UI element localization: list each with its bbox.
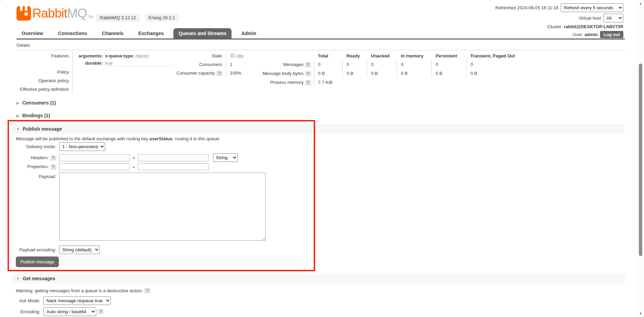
properties-row: Properties:? =	[11, 163, 208, 170]
tab-exchanges[interactable]: Exchanges	[133, 28, 169, 39]
consumers-label: Consumers	[173, 60, 226, 69]
scrollbar-thumb[interactable]	[639, 64, 642, 256]
section-consumers[interactable]: ▶ Consumers (1)	[17, 100, 56, 106]
stat-cell: 0 B	[397, 69, 431, 78]
rabbitmq-management-page: RabbitMQ TM RabbitMQ 3.12.12 Erlang 26.2…	[0, 0, 644, 317]
messages-label: Messages?	[251, 60, 314, 69]
scroll-down-icon[interactable]: ▼	[637, 312, 644, 315]
features-table: Features arguments: x-queue-type: classi…	[17, 52, 173, 94]
table-row: Message body bytes? 0 B 0 B 0 B 0 B 0 B …	[251, 69, 523, 78]
help-icon[interactable]: ?	[51, 164, 56, 170]
version-badges: RabbitMQ 3.12.12 Erlang 26.2.1	[96, 14, 179, 22]
table-row: Process memory? 7.7 KiB	[251, 78, 523, 87]
equals-sign: =	[132, 164, 135, 170]
help-icon[interactable]: ?	[305, 71, 311, 76]
ack-mode-select[interactable]: Nack message requeue true	[43, 296, 111, 305]
get-messages-section-header[interactable]: ▼ Get messages	[12, 274, 625, 283]
erlang-version-badge: Erlang 26.2.1	[145, 14, 179, 22]
operator-policy-label: Operator policy	[17, 76, 73, 85]
column-header-ready: Ready	[342, 52, 367, 60]
arguments-value: classic	[136, 53, 149, 59]
stat-cell: 0 B	[342, 69, 367, 78]
state-table: State idle Consumers 1 Consumer capacity…	[173, 52, 251, 78]
column-header-transient-paged-out: Transient, Paged Out	[466, 52, 523, 60]
process-memory-label: Process memory?	[251, 78, 314, 87]
tab-connections[interactable]: Connections	[53, 28, 92, 39]
stat-cell: 0	[342, 60, 367, 69]
publish-message-button[interactable]: Publish message	[16, 256, 59, 267]
get-messages-warning: Warning: getting messages from a queue i…	[16, 288, 150, 293]
payload-encoding-select[interactable]: String (default)	[59, 245, 100, 254]
virtual-host-select[interactable]: All	[603, 14, 623, 22]
stat-cell: 0	[431, 60, 466, 69]
rabbitmq-version-badge: RabbitMQ 3.12.12	[96, 14, 140, 22]
state-indicator-icon	[230, 53, 235, 58]
help-icon[interactable]: ?	[51, 155, 56, 161]
stat-cell: 0	[466, 60, 523, 69]
section-bindings[interactable]: ▶ Bindings (1)	[17, 113, 50, 118]
chevron-right-icon: ▶	[17, 101, 19, 105]
message-body-bytes-label: Message body bytes?	[251, 69, 314, 78]
policy-label: Policy	[17, 68, 73, 76]
column-header-in-memory: In memory	[397, 52, 431, 60]
ack-mode-label: Ack Mode:	[11, 298, 40, 303]
rabbitmq-logo-icon	[17, 6, 31, 21]
ack-mode-row: Ack Mode: Nack message requeue true	[11, 296, 111, 305]
durable-key: durable:	[77, 61, 103, 66]
tab-channels[interactable]: Channels	[97, 28, 129, 39]
consumer-capacity-label: Consumer capacity?	[173, 69, 226, 78]
consumers-value: 1	[226, 60, 251, 69]
stat-cell: 0 B	[367, 69, 397, 78]
equals-sign: =	[132, 155, 135, 160]
triangle-down-icon: ▼	[16, 127, 20, 131]
headers-label: Headers:?	[11, 155, 56, 161]
headers-row: Headers:? = String	[11, 153, 238, 162]
stat-cell: 0	[397, 60, 431, 69]
virtual-host-label: Virtual host	[579, 15, 601, 21]
brand-trademark: TM	[88, 15, 93, 19]
tab-queues-and-streams[interactable]: Queues and Streams	[173, 28, 232, 39]
features-label: Features	[17, 52, 73, 68]
arguments-key: arguments:	[77, 53, 103, 58]
tab-admin[interactable]: Admin	[236, 28, 261, 39]
tab-overview[interactable]: Overview	[17, 28, 48, 39]
stat-cell: 0	[367, 60, 397, 69]
consumer-capacity-value: 100%	[226, 69, 251, 78]
payload-encoding-label: Payload encoding:	[11, 247, 56, 252]
main-tabs: Overview Connections Channels Exchanges …	[17, 28, 625, 40]
encoding-select[interactable]: Auto string / base64	[43, 307, 96, 316]
column-header-unacked: Unacked	[367, 52, 397, 60]
table-row: Messages? 0 0 0 0 0 0	[251, 60, 523, 69]
help-icon[interactable]: ?	[144, 288, 150, 293]
properties-key-input[interactable]	[59, 163, 130, 170]
rabbitmq-logo[interactable]: RabbitMQ TM	[17, 6, 93, 21]
routing-key: userStatus	[149, 136, 172, 141]
publish-message-section-header[interactable]: ▼ Publish message	[12, 124, 625, 134]
properties-value-input[interactable]	[138, 163, 208, 170]
headers-key-input[interactable]	[59, 154, 130, 161]
details-tables: Features arguments: x-queue-type: classi…	[17, 52, 523, 94]
payload-row: Payload:	[11, 173, 266, 241]
brand-mq: MQ	[67, 6, 87, 21]
properties-label: Properties:?	[11, 164, 56, 170]
stat-cell: 0	[314, 60, 342, 69]
state-value: idle	[237, 53, 244, 59]
message-stats-table: Total Ready Unacked In memory Persistent…	[251, 52, 523, 87]
scrollbar[interactable]: ▲ ▼	[637, 0, 644, 317]
chevron-right-icon: ▶	[17, 114, 19, 118]
delivery-mode-label: Delivery mode:	[11, 144, 56, 149]
triangle-down-icon: ▼	[16, 277, 20, 281]
stat-cell: 0 B	[431, 69, 466, 78]
publish-intro-text: Message will be published to the default…	[16, 136, 220, 141]
help-icon[interactable]: ?	[305, 62, 311, 67]
delivery-mode-select[interactable]: 1 - Non-persistent	[59, 142, 105, 151]
durable-value: true	[105, 61, 173, 66]
scroll-up-icon[interactable]: ▲	[637, 2, 644, 5]
help-icon[interactable]: ?	[98, 309, 104, 314]
refresh-interval-select[interactable]: Refresh every 5 seconds	[561, 3, 623, 12]
help-icon[interactable]: ?	[305, 80, 311, 85]
header-type-select[interactable]: String	[213, 153, 238, 162]
headers-value-input[interactable]	[138, 154, 208, 161]
help-icon[interactable]: ?	[216, 71, 222, 76]
payload-textarea[interactable]	[59, 173, 266, 241]
